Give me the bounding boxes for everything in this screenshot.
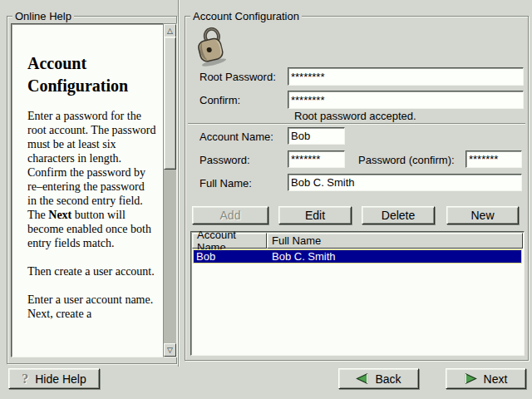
account-config-frame: Account Configuration Root Password: Con… <box>185 16 529 361</box>
cell-full-name: Bob C. Smith <box>266 250 522 263</box>
new-button[interactable]: New <box>446 206 519 224</box>
confirm-label: Confirm: <box>200 94 240 106</box>
section-separator <box>188 123 525 125</box>
confirm-input[interactable] <box>288 91 524 109</box>
table-header-full-name[interactable]: Full Name <box>267 233 523 249</box>
password-label: Password: <box>200 154 250 166</box>
password-confirm-input[interactable] <box>466 150 522 168</box>
next-button[interactable]: Next <box>446 368 526 389</box>
question-icon: ? <box>22 372 28 387</box>
lock-icon <box>196 27 229 66</box>
help-paragraph-1: Enter a password for the root account. T… <box>27 109 156 250</box>
online-help-frame-title: Online Help <box>12 10 74 22</box>
back-label: Back <box>375 372 401 386</box>
full-name-input[interactable] <box>288 174 522 191</box>
table-row[interactable]: Bob Bob C. Smith <box>193 249 522 264</box>
password-status-text: Root password accepted. <box>294 110 416 122</box>
cell-account-name: Bob <box>193 250 266 263</box>
delete-button[interactable]: Delete <box>362 206 435 224</box>
next-label: Next <box>484 372 508 386</box>
installer-window: Online Help Account Configuration Enter … <box>0 0 532 399</box>
next-arrow-icon <box>465 373 477 384</box>
accounts-table-header: Account Name Full Name <box>192 233 523 249</box>
account-name-label: Account Name: <box>200 131 273 143</box>
root-password-label: Root Password: <box>200 71 276 83</box>
hide-help-label: Hide Help <box>35 372 86 386</box>
root-password-input[interactable] <box>288 67 524 86</box>
scroll-thumb[interactable] <box>164 37 176 170</box>
panel-divider <box>178 0 180 367</box>
hide-help-button[interactable]: ? Hide Help <box>8 368 100 389</box>
back-button[interactable]: Back <box>338 368 419 389</box>
accounts-table: Account Name Full Name Bob Bob C. Smith <box>190 231 525 356</box>
help-text: Account Configuration Enter a password f… <box>12 24 163 357</box>
password-input[interactable] <box>288 150 345 168</box>
account-name-input[interactable] <box>288 127 345 145</box>
help-paragraph-2: Then create a user account. <box>27 264 156 278</box>
table-header-account-name[interactable]: Account Name <box>192 233 267 249</box>
scroll-down-icon: ▽ <box>167 347 173 354</box>
scroll-down-button[interactable]: ▽ <box>164 343 176 357</box>
account-config-frame-title: Account Configuration <box>190 10 302 22</box>
scroll-up-icon: △ <box>167 27 173 35</box>
help-paragraph-3: Enter a user account name. Next, create … <box>27 293 156 321</box>
edit-button[interactable]: Edit <box>278 206 352 224</box>
help-title: Account Configuration <box>27 52 156 97</box>
online-help-frame: Online Help Account Configuration Enter … <box>7 16 177 364</box>
help-p1-bold: Next <box>48 209 71 221</box>
back-arrow-icon <box>356 373 368 384</box>
full-name-label: Full Name: <box>200 177 252 190</box>
help-scrollbar[interactable]: △ ▽ <box>163 23 177 357</box>
help-text-area: Account Configuration Enter a password f… <box>11 23 164 357</box>
help-p1-before: Enter a password for the root account. T… <box>27 110 155 221</box>
password-confirm-label: Password (confirm): <box>358 154 455 166</box>
add-button[interactable]: Add <box>192 206 268 224</box>
scroll-up-button[interactable]: △ <box>164 24 176 37</box>
